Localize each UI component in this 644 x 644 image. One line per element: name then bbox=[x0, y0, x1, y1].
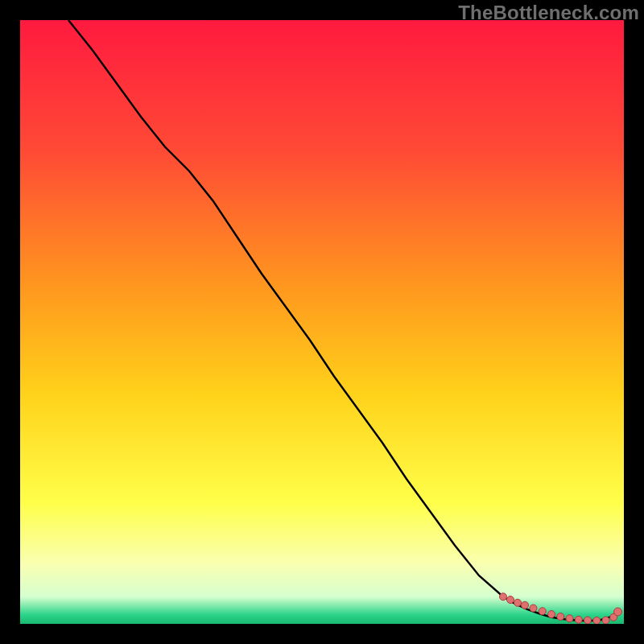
data-point bbox=[584, 617, 592, 624]
data-point bbox=[539, 608, 546, 615]
chart-stage: TheBottleneck.com bbox=[0, 0, 644, 644]
data-point bbox=[575, 616, 582, 623]
data-point bbox=[514, 599, 522, 606]
data-point bbox=[548, 611, 555, 618]
gradient-background bbox=[20, 20, 624, 624]
data-point bbox=[500, 593, 507, 601]
watermark-text: TheBottleneck.com bbox=[458, 2, 639, 24]
data-point bbox=[522, 601, 529, 609]
data-point bbox=[614, 608, 622, 616]
plot-area bbox=[20, 20, 624, 624]
plot-svg bbox=[20, 20, 624, 624]
data-point bbox=[566, 615, 573, 622]
data-point bbox=[593, 617, 601, 624]
data-point bbox=[530, 605, 537, 612]
data-point bbox=[507, 597, 514, 604]
data-point bbox=[557, 613, 564, 621]
data-point bbox=[602, 617, 609, 624]
